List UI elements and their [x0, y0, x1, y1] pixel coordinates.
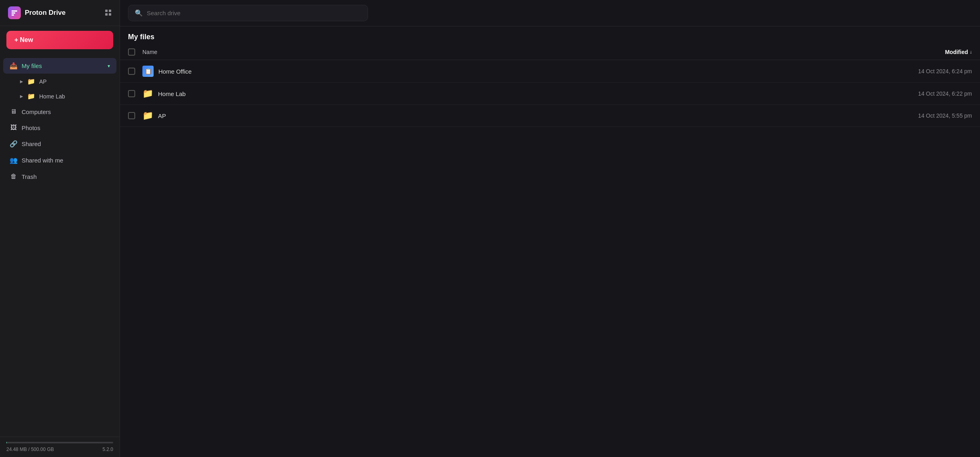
app-title: Proton Drive [25, 9, 66, 17]
sidebar-item-label: My files [22, 62, 104, 69]
row-checkbox-cell [128, 112, 142, 119]
app-version: 5.2.0 [102, 447, 113, 452]
sidebar-item-home-lab[interactable]: ▶ 📁 Home Lab [3, 89, 116, 103]
chevron-right-icon: ▶ [20, 79, 23, 84]
search-icon: 🔍 [135, 9, 143, 17]
chevron-down-icon: ▾ [108, 63, 110, 69]
file-name-cell: 📁 AP [142, 110, 884, 121]
logo-area: Proton Drive [8, 6, 66, 19]
sidebar-item-computers[interactable]: 🖥 Computers [3, 104, 116, 119]
row-checkbox[interactable] [128, 68, 135, 75]
folder-icon: 📁 [27, 92, 35, 100]
sidebar-nav: 📥 My files ▾ ▶ 📁 AP ▶ 📁 Home Lab 🖥 Compu… [0, 54, 120, 437]
table-row[interactable]: 📁 AP 14 Oct 2024, 5:55 pm [120, 105, 980, 127]
trash-icon: 🗑 [10, 173, 18, 180]
file-name-cell: 📁 Home Lab [142, 88, 884, 99]
row-checkbox-cell [128, 90, 142, 97]
table-row[interactable]: 📋 Home Office 14 Oct 2024, 6:24 pm [120, 60, 980, 83]
col-modified-header: Modified ↓ [884, 49, 972, 55]
search-box[interactable]: 🔍 [128, 5, 368, 21]
sidebar-header: Proton Drive [0, 0, 120, 26]
sidebar-item-trash[interactable]: 🗑 Trash [3, 169, 116, 184]
sidebar-footer: 24.48 MB / 500.00 GB 5.2.0 [0, 437, 120, 457]
sidebar-item-my-files[interactable]: 📥 My files ▾ [3, 58, 116, 74]
col-name-header: Name [142, 49, 884, 55]
storage-bar-fill [6, 442, 7, 443]
new-button[interactable]: + New [6, 31, 113, 49]
row-checkbox[interactable] [128, 90, 135, 97]
image-icon: 🖼 [10, 124, 18, 131]
table-header: Name Modified ↓ [120, 44, 980, 60]
folder-icon: 📁 [142, 88, 153, 99]
file-name-cell: 📋 Home Office [142, 66, 884, 77]
row-checkbox-cell [128, 68, 142, 75]
chevron-right-icon: ▶ [20, 94, 23, 98]
sort-arrow-icon[interactable]: ↓ [970, 49, 972, 55]
folder-icon: 📁 [27, 78, 35, 85]
inbox-icon: 📥 [10, 62, 18, 70]
top-bar: 🔍 [120, 0, 980, 26]
sub-item-label: Home Lab [39, 93, 65, 100]
sidebar-item-ap[interactable]: ▶ 📁 AP [3, 74, 116, 88]
sidebar-item-shared[interactable]: 🔗 Shared [3, 136, 116, 152]
folder-icon: 📁 [142, 110, 153, 121]
page-title: My files [120, 26, 980, 44]
file-modified: 14 Oct 2024, 5:55 pm [884, 112, 972, 119]
grid-icon[interactable] [105, 10, 112, 16]
sidebar-item-shared-with-me[interactable]: 👥 Shared with me [3, 152, 116, 168]
sidebar-item-label: Photos [22, 124, 110, 131]
select-all-checkbox[interactable] [128, 48, 135, 56]
table-row[interactable]: 📁 Home Lab 14 Oct 2024, 6:22 pm [120, 83, 980, 105]
monitor-icon: 🖥 [10, 108, 18, 115]
sidebar: Proton Drive + New 📥 My files ▾ ▶ 📁 AP [0, 0, 120, 457]
storage-bar [6, 442, 113, 443]
row-checkbox[interactable] [128, 112, 135, 119]
sidebar-item-label: Shared [22, 140, 110, 147]
proton-logo-icon [8, 6, 21, 19]
header-checkbox-cell [128, 48, 142, 56]
sidebar-item-label: Trash [22, 173, 110, 180]
file-name: Home Lab [158, 90, 186, 97]
folder-doc-icon: 📋 [142, 66, 154, 77]
sidebar-item-label: Computers [22, 108, 110, 115]
sidebar-item-photos[interactable]: 🖼 Photos [3, 120, 116, 135]
link-icon: 🔗 [10, 140, 18, 148]
file-modified: 14 Oct 2024, 6:22 pm [884, 90, 972, 97]
storage-info: 24.48 MB / 500.00 GB 5.2.0 [6, 447, 113, 452]
file-name: Home Office [158, 68, 192, 75]
file-table: Name Modified ↓ 📋 Home Office 14 Oct 202… [120, 44, 980, 457]
file-modified: 14 Oct 2024, 6:24 pm [884, 68, 972, 74]
sub-item-label: AP [39, 78, 47, 85]
search-input[interactable] [147, 10, 361, 16]
storage-used: 24.48 MB / 500.00 GB [6, 447, 54, 452]
file-name: AP [158, 112, 166, 119]
sidebar-item-label: Shared with me [22, 157, 110, 164]
users-icon: 👥 [10, 156, 18, 164]
main-content: 🔍 My files Name Modified ↓ 📋 Home Offi [120, 0, 980, 457]
